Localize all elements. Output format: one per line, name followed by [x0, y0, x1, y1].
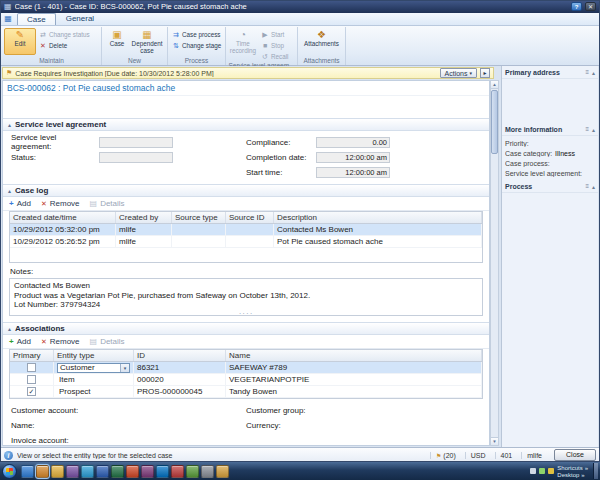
taskbar-toolbar-shortcuts[interactable]: Shortcuts »: [557, 465, 588, 471]
primary-checkbox[interactable]: [27, 375, 36, 384]
column-header[interactable]: Created by: [116, 212, 172, 223]
delete-button[interactable]: ✕ Delete: [37, 41, 92, 50]
window-close-button[interactable]: ✕: [585, 2, 596, 11]
taskbar-app-icon[interactable]: [156, 465, 169, 478]
taskbar-app-icon[interactable]: [81, 465, 94, 478]
notification-bar: ⚑ Case Requires Investigation [Due date:…: [2, 67, 494, 79]
section-header-associations[interactable]: ▴ Associations: [3, 322, 489, 335]
association-row[interactable]: Customer▾ 86321 SAFEWAY #789: [10, 362, 482, 374]
case-log-add-button[interactable]: + Add: [9, 199, 31, 208]
start-button[interactable]: ▶ Start: [259, 30, 291, 39]
associations-details-button[interactable]: ▤ Details: [90, 337, 125, 346]
case-log-row[interactable]: 10/29/2012 05:26:52 pm mlife Pot Pie cau…: [10, 236, 482, 248]
edit-button[interactable]: ✎ Edit: [4, 28, 36, 55]
tab-case[interactable]: Case: [17, 13, 56, 25]
start-button[interactable]: [2, 464, 17, 479]
tray-icon[interactable]: [539, 468, 545, 474]
cell-description: Pot Pie caused stomach ache: [274, 236, 482, 247]
scroll-up-button[interactable]: ▲: [491, 81, 498, 89]
column-header[interactable]: Created date/time: [10, 212, 116, 223]
taskbar-toolbar-desktop[interactable]: Desktop »: [557, 472, 588, 478]
stop-label: Stop: [271, 42, 284, 49]
primary-checkbox[interactable]: [27, 363, 36, 372]
chevron-down-icon[interactable]: ▾: [120, 364, 129, 372]
taskbar-app-icon[interactable]: [66, 465, 79, 478]
change-status-icon: ⇄: [39, 31, 47, 39]
actions-button[interactable]: Actions ▾: [440, 68, 477, 78]
scrollbar-thumb[interactable]: [491, 90, 498, 154]
column-header[interactable]: Source type: [172, 212, 226, 223]
taskbar-app-icon[interactable]: [21, 465, 34, 478]
close-button[interactable]: Close: [554, 449, 596, 461]
change-status-button[interactable]: ⇄ Change status: [37, 30, 92, 39]
file-menu-icon[interactable]: ▦: [2, 13, 14, 25]
case-process-button[interactable]: ⇉ Case process: [170, 30, 223, 39]
status-notifications[interactable]: ⚑ (20): [430, 452, 461, 459]
taskbar-app-icon[interactable]: [51, 465, 64, 478]
factbox-header-process[interactable]: Process ≡ ▴: [502, 180, 598, 193]
association-row[interactable]: ✓ Prospect PROS-000000045 Tandy Bowen: [10, 386, 482, 398]
column-header[interactable]: Primary: [10, 350, 54, 361]
taskbar-app-icon[interactable]: [111, 465, 124, 478]
menu-icon[interactable]: ≡: [585, 183, 589, 189]
tray-icon[interactable]: [548, 468, 554, 474]
start-time-field[interactable]: 12:00:00 am: [316, 167, 390, 178]
new-case-button[interactable]: ▣ Case: [104, 28, 130, 55]
section-header-case-log[interactable]: ▴ Case log: [3, 184, 489, 197]
associations-add-button[interactable]: + Add: [9, 337, 31, 346]
section-header-sla[interactable]: ▴ Service level agreement: [3, 118, 489, 131]
association-row[interactable]: Item 000020 VEGETARIANPOTPIE: [10, 374, 482, 386]
stop-button[interactable]: ■ Stop: [259, 41, 291, 50]
taskbar-app-icon[interactable]: [126, 465, 139, 478]
column-header[interactable]: Description: [274, 212, 482, 223]
status-user[interactable]: mlife: [521, 452, 547, 459]
resize-handle[interactable]: ····: [239, 311, 254, 317]
column-header[interactable]: Source ID: [226, 212, 274, 223]
collapse-icon[interactable]: ▴: [592, 183, 595, 190]
help-button[interactable]: ?: [571, 2, 582, 11]
entity-type-combobox[interactable]: Customer▾: [57, 363, 130, 373]
taskbar-app-icon[interactable]: [36, 465, 49, 478]
column-header[interactable]: ID: [134, 350, 226, 361]
case-log-row[interactable]: 10/29/2012 05:32:00 pm mlife Contacted M…: [10, 224, 482, 236]
completion-date-field[interactable]: 12:00:00 am: [316, 152, 390, 163]
recall-button[interactable]: ↺ Recall: [259, 52, 291, 61]
time-recording-button[interactable]: ◔ Time recording: [228, 28, 258, 55]
taskbar-app-icon[interactable]: [186, 465, 199, 478]
collapse-icon[interactable]: ▴: [592, 69, 595, 76]
menu-icon[interactable]: ≡: [585, 69, 589, 75]
show-desktop-button[interactable]: [593, 463, 598, 479]
taskbar-app-icon[interactable]: [216, 465, 229, 478]
info-icon: i: [4, 451, 13, 460]
compliance-field[interactable]: 0.00: [316, 137, 390, 148]
case-log-remove-button[interactable]: ✕ Remove: [41, 199, 80, 208]
tray-icon[interactable]: [530, 468, 536, 474]
primary-checkbox[interactable]: ✓: [27, 387, 36, 396]
status-company[interactable]: 401: [495, 452, 518, 459]
taskbar-app-icon[interactable]: [201, 465, 214, 478]
column-header[interactable]: Name: [226, 350, 482, 361]
sla-field[interactable]: [99, 137, 173, 148]
status-field[interactable]: [99, 152, 173, 163]
scroll-down-button[interactable]: ▼: [491, 437, 498, 445]
notes-field[interactable]: Contacted Ms Bowen Product was a Vegetar…: [9, 278, 483, 316]
cell-id: 86321: [134, 362, 226, 373]
case-log-details-button[interactable]: ▤ Details: [90, 199, 125, 208]
factbox-header-more-information[interactable]: More information ≡ ▴: [502, 123, 598, 136]
factbox-body-process: [502, 193, 598, 197]
status-currency[interactable]: USD: [465, 452, 491, 459]
taskbar-app-icon[interactable]: [141, 465, 154, 478]
attachments-button[interactable]: ❖ Attachments: [302, 28, 342, 55]
column-header[interactable]: Entity type: [54, 350, 134, 361]
factbox-header-primary-address[interactable]: Primary address ≡ ▴: [502, 66, 598, 79]
collapse-icon[interactable]: ▴: [592, 126, 595, 133]
dependent-case-button[interactable]: ▦ Dependent case: [131, 28, 163, 55]
tab-general[interactable]: General: [57, 13, 103, 25]
taskbar-app-icon[interactable]: [171, 465, 184, 478]
notification-more-button[interactable]: ▸: [480, 68, 490, 78]
vertical-scrollbar[interactable]: ▲ ▼: [490, 80, 499, 446]
change-stage-button[interactable]: ⇅ Change stage: [170, 41, 223, 50]
associations-remove-button[interactable]: ✕ Remove: [41, 337, 80, 346]
taskbar-app-icon[interactable]: [96, 465, 109, 478]
menu-icon[interactable]: ≡: [585, 126, 589, 132]
